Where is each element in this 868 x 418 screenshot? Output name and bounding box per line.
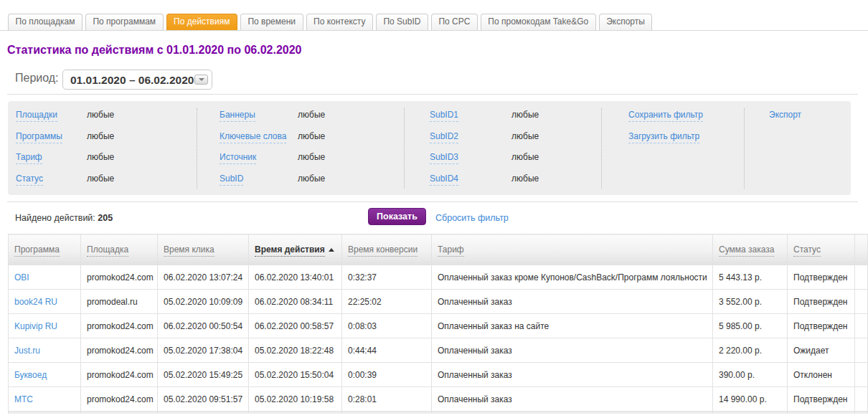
page-title: Статистика по действиям с 01.01.2020 по … — [7, 44, 302, 57]
table-header: Программа Площадка Время клика Время дей… — [9, 234, 868, 265]
filter-column-1: Площадки любые Программы любые Тариф люб… — [16, 110, 114, 194]
cell-status: Подтвержден — [788, 387, 855, 412]
cell-action-time: 05.02.2020 10:19:58 — [249, 387, 342, 412]
filter-column-3: SubID1 любые SubID2 любые SubID3 любые S… — [430, 110, 539, 194]
filter-link-col3-2[interactable]: SubID3 — [430, 152, 458, 164]
filter-value: любые — [87, 174, 114, 184]
filter-link-col1-1[interactable]: Программы — [16, 131, 62, 143]
cell-conversion-time: 0:32:37 — [342, 265, 432, 290]
filter-value: любые — [87, 131, 114, 141]
tab[interactable]: По CPC — [431, 14, 478, 30]
filter-link-col2-1[interactable]: Ключевые слова — [220, 131, 286, 143]
show-button[interactable]: Показать — [368, 208, 426, 225]
cell-order-sum: 2 220.00 р. — [713, 338, 788, 363]
program-link[interactable]: Буквоед — [14, 370, 47, 380]
cell-tariff: Оплаченный заказ — [432, 290, 713, 314]
tab[interactable]: По времени — [240, 14, 303, 30]
cell-action-time: 05.02.2020 15:50:04 — [249, 363, 342, 387]
cell-click-time: 05.02.2020 10:09:09 — [158, 290, 249, 314]
filter-link-col3-0[interactable]: SubID1 — [430, 110, 458, 122]
filter-link-col2-0[interactable]: Баннеры — [220, 110, 255, 122]
sort-asc-icon — [329, 248, 334, 252]
cell-extra — [855, 290, 868, 314]
period-dropdown-button[interactable] — [194, 75, 208, 85]
tab[interactable]: Экспорты — [599, 14, 653, 30]
cell-extra — [855, 363, 868, 387]
filter-value: любые — [298, 152, 325, 162]
table-row: Kupivip RU promokod24.com 06.02.2020 00:… — [9, 314, 868, 338]
cell-extra — [855, 387, 868, 412]
cell-site: promokod24.com — [81, 387, 158, 412]
tab[interactable]: По контексту — [306, 14, 373, 30]
actions-table: Программа Площадка Время клика Время дей… — [8, 234, 868, 414]
cell-site: promokod24.com — [81, 265, 158, 290]
filter-link-col3-1[interactable]: SubID2 — [430, 131, 458, 143]
filter-link-col2-2[interactable]: Источник — [220, 152, 256, 164]
cell-status: Подтвержден — [788, 314, 855, 338]
cell-status: Подтвержден — [788, 265, 855, 290]
filter-row: Статус любые — [16, 174, 114, 195]
filter-row: Источник любые — [220, 152, 325, 174]
column-header: Статус — [788, 234, 855, 265]
tab-active[interactable]: По действиям — [166, 14, 237, 30]
filter-column-divider — [404, 108, 405, 189]
filter-link-col1-2[interactable]: Тариф — [16, 152, 42, 164]
cell-program: Just.ru — [9, 338, 81, 363]
column-header-link[interactable]: Площадка — [87, 244, 128, 257]
column-header-link[interactable]: Время клика — [164, 244, 214, 257]
chevron-down-icon — [199, 78, 204, 81]
tab[interactable]: По SubID — [376, 14, 428, 30]
cell-conversion-time: 0:08:03 — [342, 314, 432, 338]
filter-column-2: Баннеры любые Ключевые слова любые Источ… — [220, 110, 325, 194]
period-select[interactable]: 01.01.2020 – 06.02.2020 — [62, 70, 212, 90]
filter-link-col2-3[interactable]: SubID — [220, 174, 243, 186]
cell-program: МТС — [9, 387, 81, 412]
tab[interactable]: По промокодам Take&Go — [481, 14, 596, 30]
table-row: OBI promokod24.com 06.02.2020 13:07:24 0… — [9, 265, 868, 290]
column-header: Тариф — [432, 234, 713, 265]
cell-site: promokod24.com — [81, 363, 158, 387]
tab-bar: По площадкам По программам По действиям … — [8, 14, 652, 30]
program-link[interactable]: Just.ru — [14, 346, 40, 356]
column-header-link[interactable]: Программа — [14, 244, 60, 257]
program-link[interactable]: book24 RU — [14, 297, 57, 307]
filter-link-col3-3[interactable]: SubID4 — [430, 174, 458, 186]
cell-tariff: Оплаченный заказ — [432, 363, 713, 387]
separator-bottom — [7, 201, 858, 202]
cell-click-time: 05.02.2020 15:49:25 — [158, 363, 249, 387]
cell-conversion-time: 0:00:39 — [342, 363, 432, 387]
cell-program: book24 RU — [9, 290, 81, 314]
export-link[interactable]: Экспорт — [769, 110, 801, 121]
cell-conversion-time: 0:28:01 — [342, 387, 432, 412]
column-header-link[interactable]: Время действия — [255, 244, 325, 257]
cell-program: Kupivip RU — [9, 314, 81, 338]
cell-status: Ожидает — [788, 338, 855, 363]
save-filter-link[interactable]: Сохранить фильтр — [628, 110, 703, 122]
cell-program: Буквоед — [9, 363, 81, 387]
program-link[interactable]: OBI — [14, 272, 29, 282]
period-value: 01.01.2020 – 06.02.2020 — [70, 74, 194, 87]
column-header-link[interactable]: Сумма заказа — [719, 244, 774, 257]
filter-row: SubID1 любые — [430, 110, 539, 131]
program-link[interactable]: Kupivip RU — [14, 321, 57, 331]
column-header-link[interactable]: Статус — [793, 244, 821, 257]
load-filter-link[interactable]: Загрузить фильтр — [628, 131, 699, 143]
filter-link-col1-0[interactable]: Площадки — [16, 110, 57, 122]
cell-order-sum: 5 985.00 р. — [713, 314, 788, 338]
column-header-link[interactable]: Время конверсии — [348, 244, 418, 257]
cell-click-time: 06.02.2020 13:07:24 — [158, 265, 249, 290]
tab[interactable]: По площадкам — [8, 14, 82, 30]
filter-panel: Площадки любые Программы любые Тариф люб… — [8, 101, 851, 195]
cell-conversion-time: 22:25:02 — [342, 290, 432, 314]
tab[interactable]: По программам — [85, 14, 164, 30]
program-link[interactable]: МТС — [14, 394, 33, 404]
filter-value: любые — [511, 131, 539, 141]
column-header-link[interactable]: Тариф — [438, 244, 464, 257]
filter-column-divider — [744, 108, 745, 189]
filter-column-5: Экспорт — [769, 110, 801, 131]
cell-action-time: 06.02.2020 08:34:11 — [249, 290, 342, 314]
filter-value: любые — [87, 110, 114, 120]
reset-filter-link[interactable]: Сбросить фильтр — [435, 213, 509, 223]
filter-row: SubID2 любые — [430, 131, 539, 153]
filter-link-col1-3[interactable]: Статус — [16, 174, 43, 186]
